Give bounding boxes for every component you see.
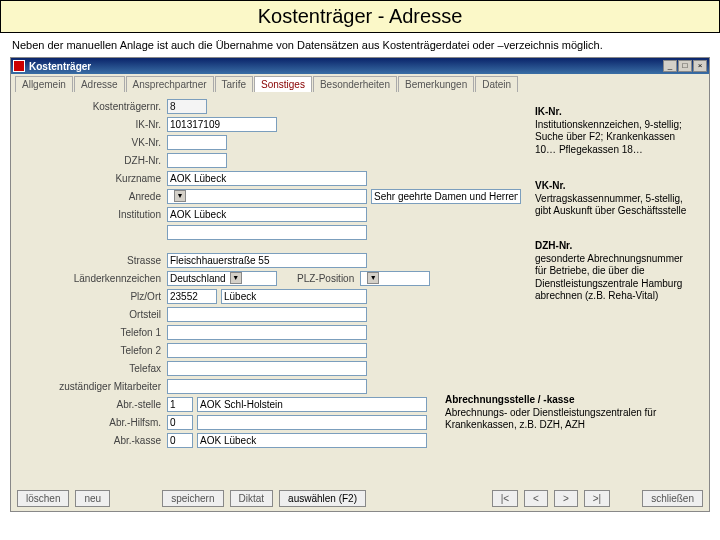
slide-title: Kostenträger - Adresse — [0, 0, 720, 33]
auswaehlen-button[interactable]: auswählen (F2) — [279, 490, 366, 507]
tab-tarife[interactable]: Tarife — [215, 76, 253, 92]
titlebar: Kostenträger _ □ × — [11, 58, 709, 74]
label-abrkasse: Abr.-kasse — [17, 435, 167, 446]
maximize-button[interactable]: □ — [678, 60, 692, 72]
institution-field[interactable] — [167, 207, 367, 222]
tab-adresse[interactable]: Adresse — [74, 76, 125, 92]
nav-first-button[interactable]: |< — [492, 490, 518, 507]
ortsteil-field[interactable] — [167, 307, 367, 322]
label-telefon2: Telefon 2 — [17, 345, 167, 356]
mitarbeiter-field[interactable] — [167, 379, 367, 394]
plz-field[interactable] — [167, 289, 217, 304]
laenderkennz-dropdown[interactable]: Deutschland▼ — [167, 271, 277, 286]
schliessen-button[interactable]: schließen — [642, 490, 703, 507]
kurzname-field[interactable] — [167, 171, 367, 186]
label-telefax: Telefax — [17, 363, 167, 374]
speichern-button[interactable]: speichern — [162, 490, 223, 507]
form-area: IK-Nr.Institutionskennzeichen, 9-stellig… — [11, 92, 709, 472]
dzhnr-field[interactable] — [167, 153, 227, 168]
label-iknr: IK-Nr. — [17, 119, 167, 130]
institution-field-2[interactable] — [167, 225, 367, 240]
anrede-dropdown[interactable]: ▼ — [167, 189, 367, 204]
telefon1-field[interactable] — [167, 325, 367, 340]
slide-subtitle: Neben der manuellen Anlage ist auch die … — [0, 33, 720, 57]
app-icon — [13, 60, 25, 72]
abrkasse-field[interactable] — [197, 433, 427, 448]
plzposition-dropdown[interactable]: ▼ — [360, 271, 430, 286]
neu-button[interactable]: neu — [75, 490, 110, 507]
chevron-down-icon: ▼ — [174, 190, 186, 202]
nav-prev-button[interactable]: < — [524, 490, 548, 507]
nav-next-button[interactable]: > — [554, 490, 578, 507]
label-ortsteil: Ortsteil — [17, 309, 167, 320]
diktat-button[interactable]: Diktat — [230, 490, 274, 507]
close-button[interactable]: × — [693, 60, 707, 72]
label-strasse: Strasse — [17, 255, 167, 266]
app-window: Kostenträger _ □ × Allgemein Adresse Ans… — [10, 57, 710, 512]
note-iknr: IK-Nr.Institutionskennzeichen, 9-stellig… — [535, 106, 695, 156]
label-vknr: VK-Nr. — [17, 137, 167, 148]
window-title: Kostenträger — [29, 61, 662, 72]
tab-ansprechpartner[interactable]: Ansprechpartner — [126, 76, 214, 92]
iknr-field[interactable] — [167, 117, 277, 132]
label-institution: Institution — [17, 209, 167, 220]
loeschen-button[interactable]: löschen — [17, 490, 69, 507]
nav-last-button[interactable]: >| — [584, 490, 610, 507]
label-plzort: Plz/Ort — [17, 291, 167, 302]
tab-bemerkungen[interactable]: Bemerkungen — [398, 76, 474, 92]
label-dzhnr: DZH-Nr. — [17, 155, 167, 166]
label-anrede: Anrede — [17, 191, 167, 202]
ort-field[interactable] — [221, 289, 367, 304]
kostentraegernr-field[interactable] — [167, 99, 207, 114]
telefon2-field[interactable] — [167, 343, 367, 358]
abrstelle-field[interactable] — [197, 397, 427, 412]
tab-bar: Allgemein Adresse Ansprechpartner Tarife… — [11, 74, 709, 92]
abrkasse-num[interactable] — [167, 433, 193, 448]
anrede-text-field[interactable] — [371, 189, 521, 204]
strasse-field[interactable] — [167, 253, 367, 268]
note-abrechnung: Abrechnungsstelle / -kasseAbrechnungs- o… — [445, 394, 695, 432]
label-plzposition: PLZ-Position — [297, 273, 354, 284]
label-laenderkennz: Länderkennzeichen — [17, 273, 167, 284]
label-abrstelle: Abr.-stelle — [17, 399, 167, 410]
vknr-field[interactable] — [167, 135, 227, 150]
label-abrhilfsm: Abr.-Hilfsm. — [17, 417, 167, 428]
label-telefon1: Telefon 1 — [17, 327, 167, 338]
chevron-down-icon: ▼ — [230, 272, 242, 284]
label-kurzname: Kurzname — [17, 173, 167, 184]
label-mitarbeiter: zuständiger Mitarbeiter — [17, 381, 167, 392]
button-bar: löschen neu speichern Diktat auswählen (… — [17, 490, 703, 507]
tab-besonderheiten[interactable]: Besonderheiten — [313, 76, 397, 92]
tab-sonstiges[interactable]: Sonstiges — [254, 76, 312, 92]
note-vknr: VK-Nr.Vertragskassennummer, 5-stellig, g… — [535, 180, 695, 218]
abrhilfsm-num[interactable] — [167, 415, 193, 430]
tab-datein[interactable]: Datein — [475, 76, 518, 92]
chevron-down-icon: ▼ — [367, 272, 379, 284]
label-ktnr: Kostenträgernr. — [17, 101, 167, 112]
abrhilfsm-field[interactable] — [197, 415, 427, 430]
minimize-button[interactable]: _ — [663, 60, 677, 72]
telefax-field[interactable] — [167, 361, 367, 376]
note-dzhnr: DZH-Nr.gesonderte Abrechnungsnummer für … — [535, 240, 695, 303]
abrstelle-num[interactable] — [167, 397, 193, 412]
tab-allgemein[interactable]: Allgemein — [15, 76, 73, 92]
